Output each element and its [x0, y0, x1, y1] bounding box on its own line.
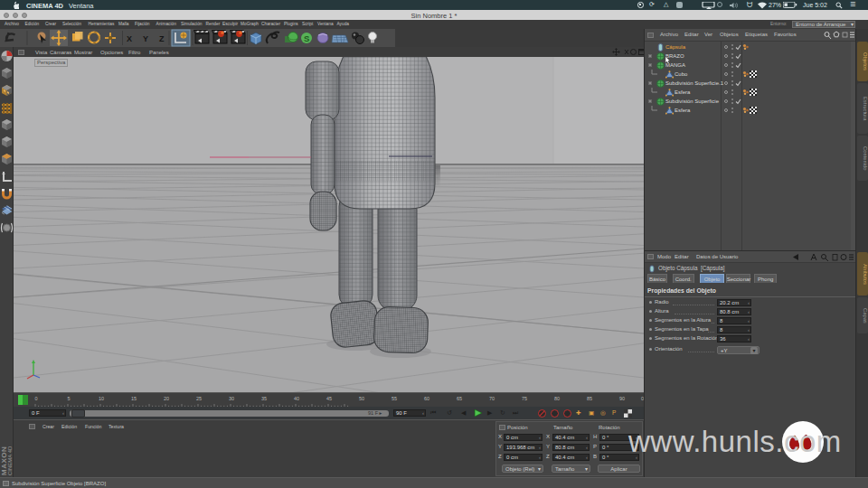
- svg-text:S: S: [304, 33, 309, 43]
- svg-text:Z: Z: [159, 34, 165, 43]
- svg-text:Y: Y: [143, 34, 148, 43]
- svg-text:X: X: [127, 34, 132, 43]
- svg-text:www.hunls.com: www.hunls.com: [627, 425, 842, 458]
